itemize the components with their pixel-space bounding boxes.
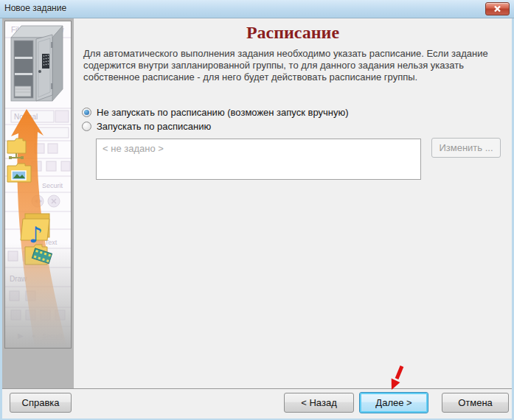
change-schedule-button[interactable]: Изменить ... xyxy=(431,138,501,158)
watermark-collage: File Edit View Normal Securit dit Text D… xyxy=(5,21,71,348)
sidebar: File Edit View Normal Securit dit Text D… xyxy=(2,18,74,388)
safe-icon xyxy=(11,26,63,101)
radio-label-no-schedule: Не запускать по расписанию (возможен зап… xyxy=(97,107,349,118)
radio-button-no-schedule[interactable] xyxy=(82,108,91,117)
fade-overlay xyxy=(5,242,71,348)
radio-button-schedule[interactable] xyxy=(82,122,91,131)
next-button[interactable]: Далее > xyxy=(359,392,428,413)
titlebar: Новое задание xyxy=(0,0,514,18)
radio-label-schedule: Запускать по расписанию xyxy=(97,121,211,132)
sidebar-artwork: File Edit View Normal Securit dit Text D… xyxy=(4,21,72,349)
footer-bar: Справка < Назад Далее > Отмена xyxy=(2,388,512,419)
wm-security-top: Securit xyxy=(42,182,63,189)
schedule-placeholder-text: < не задано > xyxy=(103,143,164,154)
radio-option-schedule[interactable]: Запускать по расписанию xyxy=(82,121,211,132)
schedule-summary-box[interactable]: < не задано > xyxy=(96,139,421,180)
wizard-window: Новое задание xyxy=(0,0,514,420)
close-icon xyxy=(493,5,501,13)
pictures-folder-icon xyxy=(7,164,31,182)
window-title: Новое задание xyxy=(4,3,66,13)
wizard-page-schedule: Расписание Для автоматического выполнени… xyxy=(74,18,512,388)
radio-option-no-schedule[interactable]: Не запускать по расписанию (возможен зап… xyxy=(82,107,349,118)
help-button[interactable]: Справка xyxy=(10,393,72,413)
page-title: Расписание xyxy=(74,23,512,43)
page-description: Для автоматического выполнения задания н… xyxy=(83,48,490,83)
close-button[interactable] xyxy=(485,2,510,15)
window-frame: File Edit View Normal Securit dit Text D… xyxy=(0,18,514,420)
cancel-button[interactable]: Отмена xyxy=(442,393,509,413)
back-button[interactable]: < Назад xyxy=(284,393,354,413)
